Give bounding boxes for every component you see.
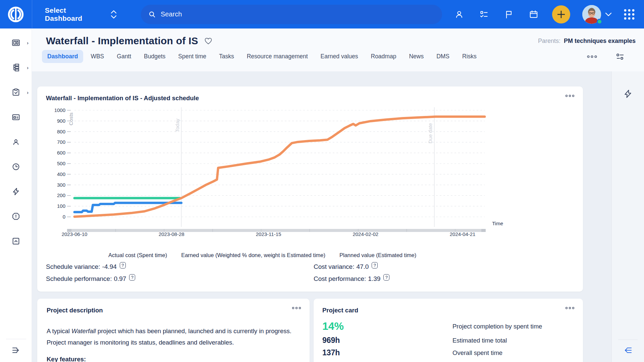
parents-link[interactable]: PM techniques examples — [564, 38, 636, 45]
sidebar-item-quick-actions[interactable] — [0, 181, 32, 202]
calendar-icon[interactable] — [529, 9, 539, 19]
legend-item-earned-value[interactable]: Earned value (Weighted % done, weight is… — [181, 252, 325, 258]
tab-spent-time[interactable]: Spent time — [173, 50, 212, 63]
tab-dashboard[interactable]: Dashboard — [42, 50, 83, 63]
plus-icon — [557, 10, 566, 19]
tabs-more-menu[interactable] — [586, 54, 598, 59]
dashboard-content: Waterfall - Implementation of IS - Adjus… — [32, 71, 611, 362]
description-panel-menu[interactable] — [291, 306, 302, 310]
metric-label: Schedule variance: — [46, 263, 100, 270]
help-question-badge[interactable]: ? — [120, 262, 126, 268]
rail-divider — [618, 340, 638, 340]
tab-resource-management[interactable]: Resource management — [241, 50, 313, 63]
app-logo[interactable] — [0, 0, 32, 28]
user-icon[interactable] — [454, 9, 464, 19]
evm-chart: 01002003004005006007008009001000TodayDue… — [46, 105, 574, 243]
avatar-chevron-down-icon[interactable] — [605, 12, 612, 16]
expand-sidebar-button[interactable] — [0, 345, 32, 355]
adjusted-schedule-panel: Waterfall - Implementation of IS - Adjus… — [37, 86, 583, 292]
metric-value: 47.0 — [356, 263, 369, 270]
metric-label: Cost variance: — [314, 263, 354, 270]
metric-label: Schedule performance: — [46, 275, 112, 283]
apps-grid-icon[interactable] — [623, 8, 635, 20]
online-status-dot — [597, 19, 602, 24]
sidebar-item-archive[interactable] — [0, 230, 32, 252]
stat-value: 969h — [322, 336, 452, 345]
expand-chevron-icon: › — [27, 65, 29, 70]
svg-text:2024-02-02: 2024-02-02 — [353, 231, 378, 237]
flag-icon[interactable] — [504, 9, 514, 19]
sidebar-item-spent-time[interactable] — [0, 156, 32, 177]
tab-news[interactable]: News — [404, 50, 429, 63]
metric-value: 1.39 — [368, 275, 380, 283]
chart-panel-title: Waterfall - Implementation of IS - Adjus… — [46, 95, 574, 102]
legend-item-planned-value[interactable]: Planned value (Estimated time) — [339, 252, 416, 258]
page-header: Waterfall - Implementation of IS Parents… — [32, 28, 644, 71]
svg-text:2023-08-28: 2023-08-28 — [159, 231, 184, 237]
box-chevron-up-icon — [11, 237, 20, 246]
tab-risks[interactable]: Risks — [457, 50, 482, 63]
sidebar-item-alerts[interactable] — [0, 205, 32, 227]
stat-value: 137h — [322, 348, 452, 357]
sidebar-item-dashboards[interactable]: › — [0, 32, 32, 53]
add-button[interactable] — [552, 5, 570, 23]
series-line-planned-value — [74, 117, 485, 217]
chart-panel-menu[interactable] — [565, 94, 575, 98]
help-question-badge[interactable]: ? — [383, 274, 389, 281]
project-card-menu[interactable] — [565, 306, 575, 310]
tasks-icon — [11, 88, 20, 97]
sidebar-divider — [6, 339, 26, 339]
project-tree-icon — [11, 63, 20, 72]
tab-gantt[interactable]: Gantt — [111, 50, 137, 63]
y-axis-label: Costs — [68, 113, 74, 125]
stat-label: Overall spent time — [452, 349, 574, 357]
user-avatar[interactable] — [582, 5, 601, 24]
svg-text:400: 400 — [57, 171, 65, 177]
tab-bar: DashboardWBSGanttBudgetsSpent timeTasksR… — [32, 50, 644, 63]
tab-wbs[interactable]: WBS — [85, 50, 109, 63]
collapse-rail-button[interactable] — [612, 345, 644, 355]
select-chevrons-icon — [110, 9, 117, 19]
checklist-icon[interactable] — [479, 9, 489, 19]
tab-tasks[interactable]: Tasks — [214, 50, 239, 63]
favorite-heart-icon[interactable] — [204, 37, 212, 45]
metric-schedule-performance: Schedule performance:0.97? — [46, 275, 314, 283]
page-settings-icon[interactable] — [615, 52, 625, 61]
quick-actions-rail-button[interactable] — [612, 71, 644, 99]
project-card-row-project-completion-by-spent-time: 14%Project completion by spent time — [322, 320, 574, 333]
alert-octagon-icon — [11, 212, 20, 221]
search-icon — [148, 10, 156, 18]
project-card-row-overall-spent-time: 137hOverall spent time — [322, 348, 574, 357]
svg-text:600: 600 — [57, 150, 65, 156]
legend-item-actual-cost[interactable]: Actual cost (Spent time) — [108, 252, 167, 258]
x-axis-label: Time — [492, 221, 503, 226]
expand-chevron-icon: › — [27, 89, 29, 95]
tab-dms[interactable]: DMS — [431, 50, 455, 63]
svg-text:500: 500 — [57, 161, 65, 166]
search-input[interactable] — [161, 10, 435, 18]
sidebar-item-users[interactable] — [0, 131, 32, 153]
expand-chevron-icon: › — [27, 40, 29, 46]
stat-value: 14% — [322, 320, 452, 333]
page-title: Waterfall - Implementation of IS — [46, 35, 198, 47]
help-question-badge[interactable]: ? — [372, 262, 378, 268]
expand-arrow-icon — [11, 345, 21, 355]
svg-text:2024-04-21: 2024-04-21 — [450, 231, 476, 237]
tab-roadmap[interactable]: Roadmap — [366, 50, 402, 63]
search-bar[interactable] — [141, 5, 442, 24]
dashboard-selector[interactable]: Select Dashboard — [45, 6, 117, 22]
tab-budgets[interactable]: Budgets — [139, 50, 171, 63]
logo-icon — [6, 5, 25, 24]
clock-icon — [11, 162, 20, 171]
help-question-badge[interactable]: ? — [129, 274, 135, 281]
sidebar-item-project-tree[interactable]: › — [0, 57, 32, 78]
sidebar-item-tasks[interactable]: › — [0, 81, 32, 103]
top-bar: Select Dashboard — [0, 0, 644, 28]
users-icon — [11, 137, 20, 146]
key-features-heading: Key features: — [47, 356, 300, 362]
dashboards-icon — [11, 38, 20, 47]
chart-scrollbar[interactable] — [67, 229, 486, 232]
project-card-title: Project card — [322, 307, 574, 314]
sidebar-item-boards[interactable] — [0, 106, 32, 128]
tab-earned-values[interactable]: Earned values — [315, 50, 364, 63]
